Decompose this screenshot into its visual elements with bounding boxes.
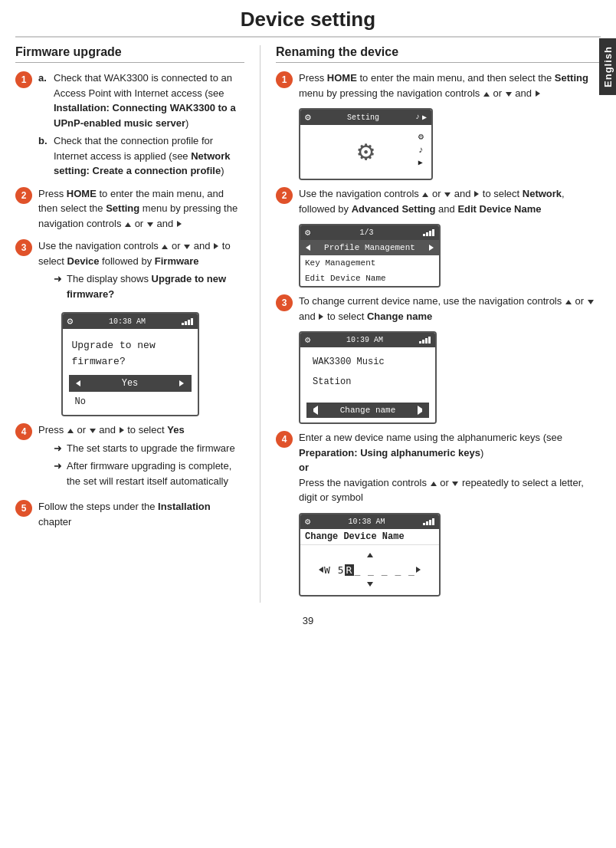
screen-input-title: Change Device Name [300, 529, 439, 545]
cname-time: 10:39 AM [346, 336, 383, 344]
r4-tri-up [431, 482, 437, 486]
input-time: 10:38 AM [349, 518, 385, 526]
setting-gear-large: ⚙ [358, 135, 375, 169]
tri-down-icon3 [90, 429, 96, 433]
r4-tri-down [452, 482, 458, 486]
step2-home: HOME [67, 188, 97, 199]
sub-a-text: Check that WAK3300 is connected to an Ac… [54, 71, 244, 130]
screen-input-header: ⚙ 10:38 AM [300, 514, 439, 529]
screen-cname-body: WAK3300 Music Station Change name [300, 347, 435, 422]
right-column: Renaming the device 1 Press HOME to ente… [260, 45, 601, 603]
setting-gear-icon: ⚙ [305, 111, 311, 123]
tri-right-icon3 [120, 427, 124, 433]
input-tri-left [319, 567, 323, 573]
screen-body-1: Upgrade to new firmware? Yes No [63, 329, 198, 415]
tri-up-icon [125, 222, 131, 227]
cname-tri-right [418, 406, 422, 415]
note-icon: ♪ [415, 113, 420, 122]
input-signal [423, 518, 434, 525]
input-up-arrow [306, 550, 433, 561]
setting-side-icons: ⚙ ♪ ▶ [418, 131, 424, 167]
cname-gear-icon: ⚙ [305, 334, 310, 346]
screen-change-name: ⚙ 10:39 AM WAK3300 Music Station Change … [299, 331, 437, 424]
side-icon3: ▶ [418, 158, 424, 167]
cname-tri-left [313, 406, 318, 415]
r-tri-down [506, 92, 512, 97]
right-step-circle-3: 3 [276, 294, 293, 311]
right-step-circle-4: 4 [276, 431, 293, 448]
arrow-sym: ➜ [54, 271, 62, 287]
right-step-4-content: Enter a new device name using the alphan… [299, 430, 601, 505]
arrow-sym2: ➜ [54, 441, 62, 456]
step-4-content: Press or and to select Yes ➜ The set sta… [38, 422, 244, 491]
r3-change-name: Change name [367, 311, 432, 322]
main-content: Firmware upgrade 1 a. Check that WAK3300… [0, 45, 616, 603]
sub-a-bold: Installation: Connecting WAK3300 to a UP… [54, 102, 236, 129]
yes-no-menu: Yes No [69, 375, 192, 410]
r2-tri-right [474, 191, 479, 197]
language-tab: English [599, 38, 616, 95]
r2-network: Network [523, 188, 562, 199]
step-2: 2 Press HOME to enter the main menu, and… [15, 186, 244, 232]
up-arrow-icon [367, 553, 373, 557]
device-name-line2: Station [306, 372, 429, 392]
screen-line1: Upgrade to new [69, 334, 192, 356]
network-signal [423, 229, 434, 236]
nbar4 [432, 229, 434, 236]
nbar3 [429, 231, 431, 236]
right-step-4: 4 Enter a new device name using the alph… [276, 430, 601, 505]
page-number: 39 [0, 610, 616, 626]
ibar3 [429, 520, 431, 525]
screen-input-body: W 5 R _ _ _ _ _ [300, 545, 439, 595]
no-row: No [69, 393, 192, 410]
step-3: 3 Use the navigation controls or and to … [15, 238, 244, 304]
step-circle-3: 3 [15, 239, 32, 256]
yes-row: Yes [69, 375, 192, 392]
right-step-1: 1 Press HOME to enter the main menu, and… [276, 71, 601, 100]
bar1 [182, 323, 184, 325]
cbar3 [425, 338, 428, 343]
key-mgmt-label: Key Management [305, 258, 375, 268]
setting-icons: ♪ ▶ [415, 113, 427, 122]
r4-prep-bold: Preparation: Using alphanumeric keys [299, 447, 480, 459]
installation-link: Installation [158, 501, 211, 512]
step3-firmware: Firmware [155, 255, 199, 267]
screen-network: ⚙ 1/3 Profile Management Key Management [299, 224, 441, 288]
r4-or: or [299, 462, 309, 473]
right-section-heading: Renaming the device [276, 45, 601, 63]
tri-right-icon2 [214, 243, 218, 249]
step-circle-4: 4 [15, 423, 32, 440]
right-step-3-content: To change current device name, use the n… [299, 294, 601, 324]
down-arrow-icon [367, 582, 373, 587]
wifi-icon: ▶ [422, 113, 427, 122]
tri-right-w [179, 380, 184, 386]
input-down-arrow [306, 579, 433, 590]
r-tri-right [536, 90, 540, 97]
input-value-w5: W 5 [324, 564, 344, 576]
key-mgmt-row: Key Management [300, 255, 439, 271]
arrow-sym3: ➜ [54, 459, 62, 474]
bar2 [185, 321, 187, 325]
step-1: 1 a. Check that WAK3300 is connected to … [15, 71, 244, 179]
input-field-row: W 5 R _ _ _ _ _ [306, 561, 433, 579]
network-page: 1/3 [360, 228, 374, 237]
r-tri-up [483, 92, 490, 97]
right-step-2: 2 Use the navigation controls or and to … [276, 186, 601, 216]
step2-setting: Setting [106, 202, 139, 214]
tri-up-icon2 [162, 245, 168, 249]
side-icon2: ♪ [418, 145, 424, 156]
yes-label2: Yes [167, 424, 184, 436]
r-step1-home: HOME [327, 72, 357, 84]
right-step-circle-1: 1 [276, 71, 293, 88]
screen-network-header: ⚙ 1/3 [300, 225, 439, 240]
tri-left-w [76, 380, 80, 386]
ibar1 [423, 523, 425, 525]
screen-setting: ⚙ Setting ♪ ▶ ⚙ ⚙ ♪ ▶ [299, 108, 433, 180]
right-step-3: 3 To change current device name, use the… [276, 294, 601, 324]
gear-icon: ⚙ [67, 315, 74, 327]
screen-network-body: Profile Management Key Management Edit D… [300, 240, 439, 286]
sub-b-text: Check that the connection profile for In… [54, 133, 244, 179]
r2-advanced: Advanced Setting [352, 203, 436, 215]
input-tri-right [416, 567, 421, 573]
r2-tri-up [422, 192, 428, 197]
